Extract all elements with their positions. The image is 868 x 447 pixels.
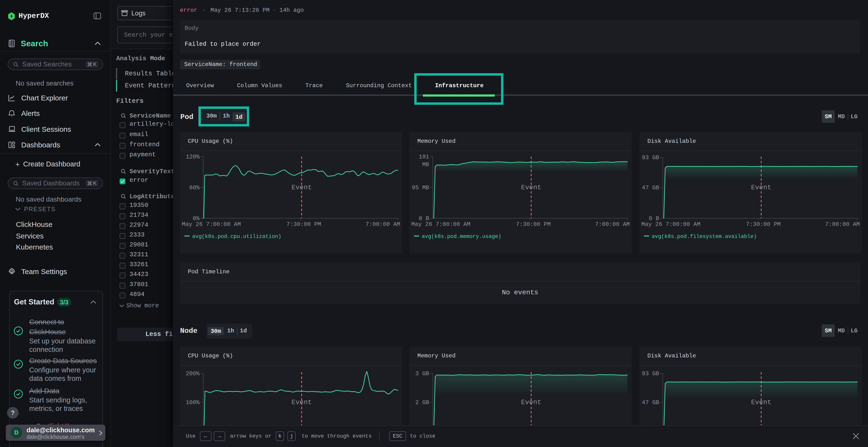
svg-text:0%: 0% bbox=[193, 215, 199, 222]
svg-text:2 GB: 2 GB bbox=[415, 399, 429, 406]
svg-text:60%: 60% bbox=[189, 184, 200, 191]
svg-text:120%: 120% bbox=[186, 153, 199, 160]
svg-text:Event: Event bbox=[751, 184, 771, 191]
svg-text:May 26 7:00:00 AM: May 26 7:00:00 AM bbox=[182, 221, 241, 228]
svg-text:7:00:00 AM: 7:00:00 AM bbox=[825, 221, 860, 228]
svg-text:200%: 200% bbox=[186, 370, 199, 377]
svg-text:Event: Event bbox=[291, 399, 312, 406]
svg-text:100%: 100% bbox=[186, 399, 199, 406]
svg-text:7:30:00 PM: 7:30:00 PM bbox=[286, 221, 321, 228]
svg-text:Event: Event bbox=[751, 399, 771, 406]
svg-text:May 26 7:00:00 AM: May 26 7:00:00 AM bbox=[641, 221, 701, 228]
svg-text:MB: MB bbox=[422, 161, 429, 168]
svg-text:avg(k8s.pod.filesystem.availab: avg(k8s.pod.filesystem.available) bbox=[652, 234, 757, 240]
svg-text:47 GB: 47 GB bbox=[642, 399, 659, 406]
svg-text:7:30:00 PM: 7:30:00 PM bbox=[746, 221, 781, 228]
svg-text:3 GB: 3 GB bbox=[415, 370, 429, 377]
svg-text:95 MB: 95 MB bbox=[412, 184, 429, 191]
svg-text:7:30:00 PM: 7:30:00 PM bbox=[516, 221, 551, 228]
svg-text:7:00:00 AM: 7:00:00 AM bbox=[366, 221, 400, 228]
svg-text:May 26 7:00:00 AM: May 26 7:00:00 AM bbox=[411, 221, 470, 228]
svg-text:Event: Event bbox=[291, 184, 312, 191]
svg-text:avg(k8s.pod.memory.usage): avg(k8s.pod.memory.usage) bbox=[422, 234, 501, 240]
svg-text:0 B: 0 B bbox=[649, 215, 659, 222]
svg-text:93 GB: 93 GB bbox=[642, 154, 659, 161]
svg-text:0 B: 0 B bbox=[419, 215, 429, 222]
svg-text:93 GB: 93 GB bbox=[642, 370, 659, 377]
svg-text:avg(k8s.pod.cpu.utilization): avg(k8s.pod.cpu.utilization) bbox=[192, 234, 281, 240]
svg-text:191: 191 bbox=[419, 153, 429, 160]
svg-text:Event: Event bbox=[521, 184, 541, 191]
svg-text:7:00:00 AM: 7:00:00 AM bbox=[595, 221, 630, 228]
svg-text:47 GB: 47 GB bbox=[642, 184, 659, 191]
svg-text:Event: Event bbox=[521, 399, 541, 406]
